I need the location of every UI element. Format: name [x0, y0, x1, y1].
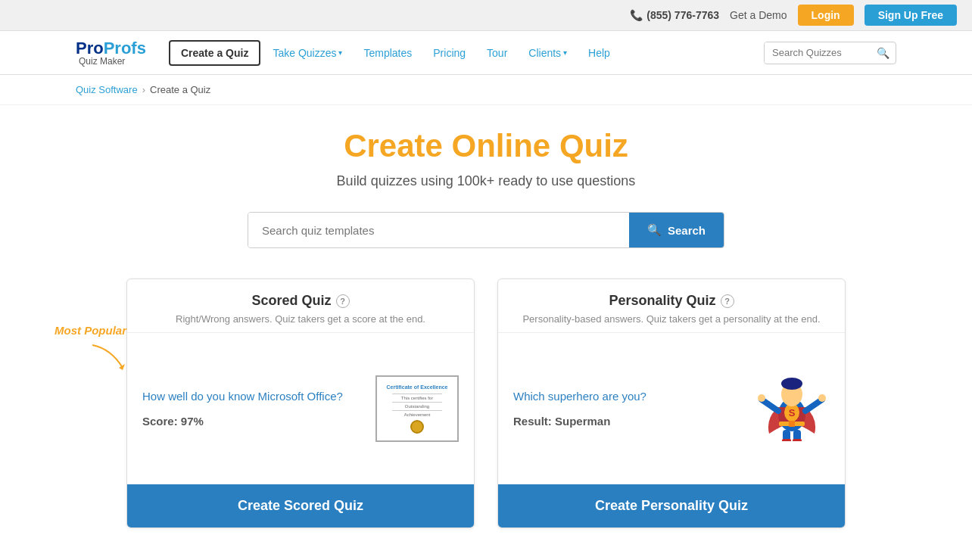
svg-line-6: [762, 400, 778, 411]
phone-info: 📞 (855) 776-7763: [630, 9, 719, 21]
logo[interactable]: ProProfs Quiz Maker: [76, 39, 146, 67]
scored-example-result: Score: 97%: [142, 415, 368, 428]
personality-quiz-footer: Create Personality Quiz: [498, 484, 845, 527]
certificate-image: Certificate of Excellence This certifies…: [375, 375, 459, 442]
clients-dropdown-icon: ▾: [563, 48, 567, 57]
breadcrumb: Quiz Software › Create a Quiz: [0, 75, 972, 105]
personality-example-result: Result: Superman: [513, 415, 746, 428]
create-personality-quiz-button[interactable]: Create Personality Quiz: [498, 484, 845, 527]
nav-help[interactable]: Help: [579, 42, 619, 64]
breadcrumb-separator: ›: [142, 84, 145, 95]
scored-quiz-title: Scored Quiz ?: [142, 293, 459, 309]
svg-line-7: [805, 400, 822, 411]
create-scored-quiz-button[interactable]: Create Scored Quiz: [127, 484, 474, 527]
scored-quiz-help-icon[interactable]: ?: [336, 294, 350, 308]
scored-quiz-body-text: How well do you know Microsoft Office? S…: [142, 390, 368, 428]
nav-search-box: 🔍: [764, 42, 896, 64]
most-popular-label: Most Popular: [55, 324, 126, 374]
scored-quiz-desc: Right/Wrong answers. Quiz takers get a s…: [142, 313, 459, 325]
personality-example-question: Which superhero are you?: [513, 390, 746, 403]
svg-point-9: [818, 394, 826, 402]
personality-quiz-desc: Personality-based answers. Quiz takers g…: [513, 313, 830, 325]
top-bar: 📞 (855) 776-7763 Get a Demo Login Sign U…: [0, 0, 972, 31]
nav-search-button[interactable]: 🔍: [871, 42, 896, 64]
svg-rect-15: [789, 421, 795, 427]
personality-quiz-header: Personality Quiz ? Personality-based ans…: [498, 279, 845, 333]
svg-rect-13: [793, 439, 802, 441]
svg-point-5: [781, 378, 802, 390]
logo-sub: Quiz Maker: [79, 56, 125, 67]
signup-button[interactable]: Sign Up Free: [865, 5, 957, 26]
create-quiz-nav-button[interactable]: Create a Quiz: [169, 40, 260, 66]
scored-quiz-card: Scored Quiz ? Right/Wrong answers. Quiz …: [126, 278, 475, 528]
nav-bar: ProProfs Quiz Maker Create a Quiz Take Q…: [0, 31, 972, 75]
svg-marker-0: [119, 364, 125, 370]
certificate-medal: [410, 420, 424, 434]
main-content: Create Online Quiz Build quizzes using 1…: [0, 105, 972, 558]
personality-quiz-title: Personality Quiz ?: [513, 293, 830, 309]
superman-svg: S: [754, 373, 830, 441]
nav-take-quizzes[interactable]: Take Quizzes ▾: [263, 42, 351, 64]
personality-quiz-help-icon[interactable]: ?: [721, 294, 734, 308]
nav-links: Create a Quiz Take Quizzes ▾ Templates P…: [169, 40, 896, 66]
personality-quiz-image: S: [754, 373, 830, 444]
get-demo-link[interactable]: Get a Demo: [730, 9, 787, 21]
quiz-cards-container: Most Popular Scored Quiz ? Right/Wrong a…: [115, 278, 857, 528]
nav-search-input[interactable]: [765, 42, 871, 63]
personality-quiz-body: Which superhero are you? Result: Superma…: [498, 333, 845, 484]
template-search-bar: 🔍 Search: [248, 212, 724, 248]
login-button[interactable]: Login: [798, 5, 854, 26]
nav-templates[interactable]: Templates: [354, 42, 421, 64]
breadcrumb-quiz-software[interactable]: Quiz Software: [76, 84, 138, 95]
search-icon: 🔍: [647, 223, 662, 237]
phone-number: (855) 776-7763: [646, 9, 719, 21]
template-search-input[interactable]: [248, 213, 629, 247]
template-search-button[interactable]: 🔍 Search: [629, 213, 724, 247]
scored-quiz-footer: Create Scored Quiz: [127, 484, 474, 527]
svg-point-8: [758, 394, 765, 402]
svg-text:S: S: [789, 407, 796, 418]
personality-quiz-card: Personality Quiz ? Personality-based ans…: [497, 278, 846, 528]
scored-quiz-image: Certificate of Excellence This certifies…: [375, 375, 459, 442]
scored-quiz-body: How well do you know Microsoft Office? S…: [127, 333, 474, 484]
breadcrumb-current: Create a Quiz: [150, 84, 210, 95]
most-popular-arrow: [55, 341, 126, 374]
phone-icon: 📞: [630, 9, 643, 21]
personality-quiz-body-text: Which superhero are you? Result: Superma…: [513, 390, 746, 428]
page-subtitle: Build quizzes using 100k+ ready to use q…: [15, 173, 957, 189]
take-quizzes-dropdown-icon: ▾: [338, 48, 342, 57]
scored-quiz-header: Scored Quiz ? Right/Wrong answers. Quiz …: [127, 279, 474, 333]
nav-tour[interactable]: Tour: [478, 42, 516, 64]
page-title: Create Online Quiz: [15, 128, 957, 164]
svg-rect-12: [782, 439, 791, 441]
nav-clients[interactable]: Clients ▾: [519, 42, 576, 64]
scored-example-question: How well do you know Microsoft Office?: [142, 390, 368, 403]
nav-pricing[interactable]: Pricing: [424, 42, 475, 64]
